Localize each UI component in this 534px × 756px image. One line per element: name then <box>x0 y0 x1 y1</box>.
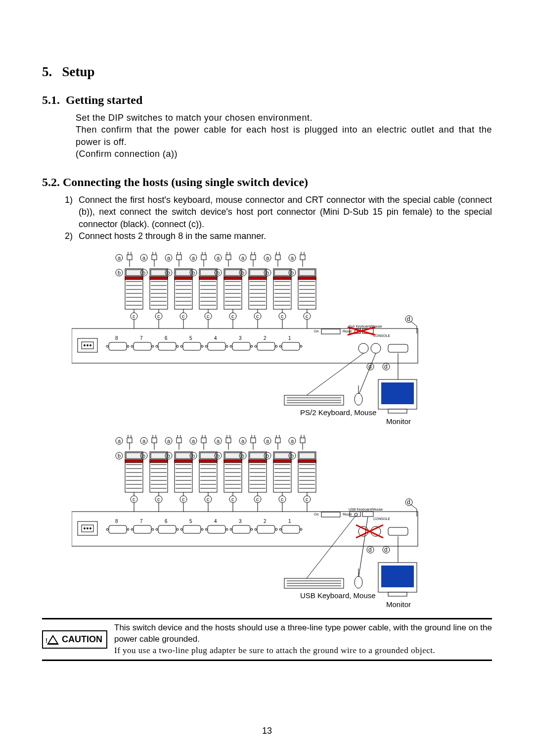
svg-rect-115 <box>249 277 267 280</box>
svg-rect-136 <box>273 277 291 280</box>
caution-text: This switch device and the hosts should … <box>114 622 492 657</box>
svg-text:d: d <box>407 499 410 506</box>
svg-point-450 <box>355 513 357 516</box>
svg-text:c: c <box>306 496 309 502</box>
svg-text:d: d <box>368 546 372 553</box>
svg-text:a: a <box>217 438 220 444</box>
svg-rect-459 <box>388 527 408 535</box>
svg-rect-30 <box>151 270 167 276</box>
svg-text:a: a <box>192 438 195 444</box>
svg-text:c: c <box>207 496 210 502</box>
svg-rect-179 <box>134 342 151 350</box>
svg-rect-355 <box>250 453 266 459</box>
svg-text:On: On <box>314 330 318 333</box>
svg-point-437 <box>230 528 232 530</box>
svg-text:Monitor: Monitor <box>386 417 411 425</box>
svg-rect-454 <box>362 512 373 517</box>
svg-text:c: c <box>133 496 135 502</box>
svg-text:b: b <box>167 453 170 459</box>
svg-rect-432 <box>208 525 225 533</box>
svg-rect-369 <box>275 438 280 443</box>
svg-rect-157 <box>298 277 316 280</box>
svg-point-417 <box>106 528 108 530</box>
svg-rect-448 <box>321 512 340 517</box>
svg-rect-314 <box>199 460 217 463</box>
svg-text:a: a <box>241 255 245 261</box>
svg-point-177 <box>127 345 129 347</box>
svg-point-433 <box>205 528 207 530</box>
svg-text:CONSOLE: CONSOLE <box>373 517 391 520</box>
svg-text:b: b <box>167 270 170 276</box>
svg-text:b: b <box>142 270 145 276</box>
heading-getting-started: 5.1. Getting started <box>42 94 492 107</box>
heading-setup: 5. Setup <box>42 64 492 80</box>
svg-text:a: a <box>291 255 294 261</box>
heading-5-2-number: 5.2. <box>42 176 60 189</box>
svg-rect-285 <box>177 438 181 443</box>
svg-text:c: c <box>157 313 160 319</box>
svg-text:b: b <box>192 270 195 276</box>
svg-rect-416 <box>109 525 127 533</box>
svg-rect-377 <box>273 460 291 463</box>
svg-text:6: 6 <box>165 519 168 524</box>
svg-point-196 <box>230 345 232 347</box>
svg-line-467 <box>358 517 368 578</box>
svg-point-171 <box>84 344 86 346</box>
svg-rect-52 <box>175 277 192 280</box>
svg-rect-292 <box>176 453 191 459</box>
svg-line-229 <box>410 321 417 326</box>
svg-point-204 <box>279 345 281 347</box>
svg-text:b: b <box>266 453 269 459</box>
svg-text:c: c <box>182 313 185 319</box>
caution-badge: ! CAUTION <box>42 630 107 649</box>
svg-point-412 <box>84 527 86 529</box>
svg-rect-149 <box>300 255 305 260</box>
svg-point-446 <box>300 528 302 530</box>
svg-rect-243 <box>127 438 132 443</box>
svg-point-184 <box>156 345 158 347</box>
svg-rect-313 <box>200 453 216 459</box>
svg-line-466 <box>307 517 355 578</box>
svg-text:Reset: Reset <box>343 513 352 516</box>
svg-point-192 <box>205 345 207 347</box>
svg-text:b: b <box>241 453 244 459</box>
svg-rect-440 <box>257 525 275 533</box>
svg-text:c: c <box>281 496 284 502</box>
svg-line-470 <box>410 504 417 509</box>
svg-text:Monitor: Monitor <box>386 600 411 609</box>
svg-rect-86 <box>226 255 231 260</box>
svg-rect-114 <box>250 270 266 276</box>
svg-rect-72 <box>200 270 216 276</box>
svg-point-180 <box>131 345 133 347</box>
svg-rect-356 <box>249 460 267 463</box>
caution-label: CAUTION <box>62 634 102 645</box>
svg-rect-398 <box>298 460 316 463</box>
connecting-list: 1) Connect the first host's keyboard, mo… <box>42 194 492 242</box>
svg-text:b: b <box>142 453 145 459</box>
svg-rect-327 <box>226 438 231 443</box>
svg-text:8: 8 <box>115 519 118 524</box>
svg-point-197 <box>251 345 253 347</box>
svg-rect-107 <box>251 255 256 260</box>
svg-line-226 <box>358 353 376 395</box>
svg-rect-31 <box>150 277 168 280</box>
svg-text:3: 3 <box>239 335 242 341</box>
diagram-svg: a b c a b <box>72 252 438 430</box>
svg-rect-272 <box>150 460 168 463</box>
svg-rect-10 <box>125 277 143 280</box>
svg-text:4: 4 <box>214 335 217 341</box>
svg-point-434 <box>226 528 228 530</box>
svg-rect-65 <box>201 255 206 260</box>
svg-rect-191 <box>208 342 225 350</box>
svg-point-418 <box>127 528 129 530</box>
svg-point-216 <box>358 343 368 353</box>
svg-rect-94 <box>224 277 242 280</box>
svg-rect-479 <box>388 592 407 596</box>
svg-rect-156 <box>299 270 315 276</box>
list-marker: 2) <box>61 230 79 242</box>
svg-point-234 <box>355 393 362 405</box>
svg-text:a: a <box>142 438 146 444</box>
svg-text:a: a <box>192 255 195 261</box>
svg-text:1: 1 <box>288 335 291 341</box>
svg-text:c: c <box>231 313 234 319</box>
